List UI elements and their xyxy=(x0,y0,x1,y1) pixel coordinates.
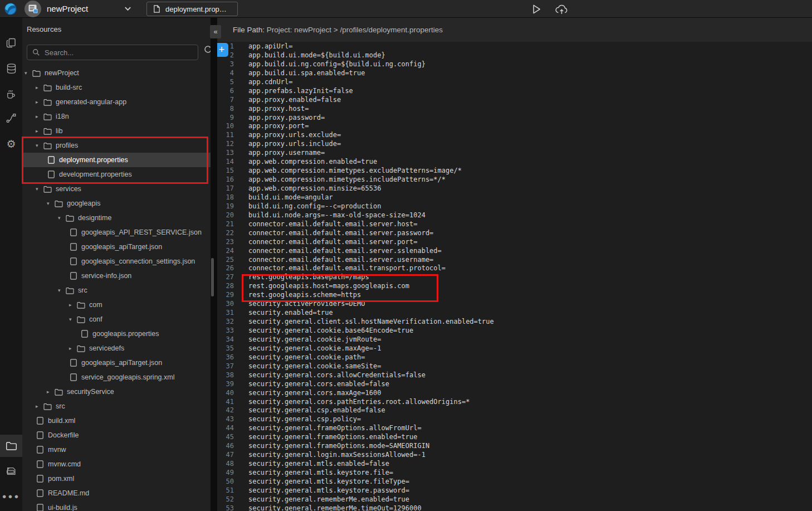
tree-item[interactable]: googleapis_connection_settings.json xyxy=(22,254,211,269)
code-text[interactable]: security.general.cors.pathEntries.root.a… xyxy=(248,398,469,407)
pages-icon[interactable] xyxy=(0,32,22,54)
tree-item[interactable]: build.xml xyxy=(22,413,211,428)
tree-item[interactable]: ▸servicedefs xyxy=(22,341,211,356)
tree-item[interactable]: ▸securityService xyxy=(22,385,211,399)
chevron-down-icon[interactable] xyxy=(124,6,132,12)
code-text[interactable]: security.general.cookie.sameSite= xyxy=(248,362,381,371)
code-text[interactable]: security.general.frameOptions.mode=SAMEO… xyxy=(248,442,429,451)
tree-item[interactable]: service_googleapis.spring.xml xyxy=(22,370,211,385)
caret-down-icon[interactable]: ▾ xyxy=(25,66,32,80)
collapse-sidebar-button[interactable]: « xyxy=(210,25,221,38)
tree-item[interactable]: ▾profiles xyxy=(22,138,211,153)
tree-item[interactable]: googleapis_apiTarget.json xyxy=(22,356,211,370)
tree-item[interactable]: Dockerfile xyxy=(22,428,211,442)
log-file-icon[interactable]: LOG xyxy=(0,460,22,482)
tree-item[interactable]: development.properties xyxy=(22,167,211,182)
code-text[interactable]: app.apiUrl= xyxy=(248,42,292,51)
code-text[interactable]: app.proxy.urls.include= xyxy=(248,140,341,149)
code-text[interactable]: app.proxy.urls.exclude= xyxy=(248,131,341,140)
tree-item[interactable]: mvnw xyxy=(22,442,211,457)
code-text[interactable]: app.web.compression.mimetypes.includePat… xyxy=(248,176,446,184)
caret-down-icon[interactable]: ▾ xyxy=(36,138,43,153)
code-text[interactable]: app.proxy.username= xyxy=(248,149,325,158)
code-text[interactable]: security.general.cookie.path= xyxy=(248,353,365,362)
tree-item[interactable]: deployment.properties xyxy=(22,153,211,167)
caret-down-icon[interactable]: ▾ xyxy=(47,196,55,211)
search-input[interactable] xyxy=(45,48,178,57)
caret-right-icon[interactable]: ▸ xyxy=(69,341,77,356)
code-text[interactable]: build.ui.node.args=--max-old-space-size=… xyxy=(248,211,425,220)
tab-deployment-properties[interactable]: deployment.prop… xyxy=(146,2,238,16)
code-text[interactable]: security.general.mtls.keystore.file= xyxy=(248,469,393,478)
code-text[interactable]: security.enabled=true xyxy=(248,309,333,318)
code-text[interactable]: app.proxy.port= xyxy=(248,122,309,131)
caret-right-icon[interactable]: ▸ xyxy=(36,95,43,109)
file-explorer-folder-icon[interactable] xyxy=(0,435,22,457)
tree-item[interactable]: ▾newProject xyxy=(22,66,211,80)
code-text[interactable]: security.general.mtls.keystore.fileType= xyxy=(248,478,409,486)
more-options-icon[interactable]: ●●● xyxy=(0,485,22,507)
search-box[interactable] xyxy=(27,45,198,60)
tree-item[interactable]: ▸src xyxy=(22,399,211,413)
code-text[interactable]: app.web.compression.enabled=true xyxy=(248,158,377,167)
java-service-icon[interactable] xyxy=(0,82,22,105)
code-text[interactable]: build.ui.ng.config=--c=production xyxy=(248,202,381,211)
code-text[interactable]: security.general.rememberMe.timeOut=1296… xyxy=(248,504,422,511)
run-preview-button[interactable] xyxy=(530,3,542,16)
code-text[interactable]: security.general.cookie.maxAge=-1 xyxy=(248,344,381,353)
code-text[interactable]: security.general.cors.allowCredentials=f… xyxy=(248,371,425,380)
tree-item[interactable]: ▸build-src xyxy=(22,80,211,95)
code-text[interactable]: app.build.ui.spa.enabled=true xyxy=(248,69,365,78)
caret-right-icon[interactable]: ▸ xyxy=(47,385,55,399)
tree-item[interactable]: ▸generated-angular-app xyxy=(22,95,211,109)
code-text[interactable]: security.general.csp.policy= xyxy=(248,415,361,424)
code-text[interactable]: rest.googleapis.host=maps.googleapis.com xyxy=(248,282,409,291)
caret-right-icon[interactable]: ▸ xyxy=(36,124,43,138)
code-text[interactable]: rest.googleapis.basepath=/maps xyxy=(248,273,369,282)
code-text[interactable]: connector.email.default.email.server.hos… xyxy=(248,220,417,229)
caret-right-icon[interactable]: ▸ xyxy=(69,298,77,312)
api-connector-icon[interactable] xyxy=(0,107,22,129)
sidebar-scrollbar[interactable] xyxy=(211,258,214,296)
caret-right-icon[interactable]: ▸ xyxy=(36,109,43,124)
code-text[interactable]: security.general.cookie.jvmRoute= xyxy=(248,335,381,344)
code-text[interactable]: connector.email.default.email.server.pas… xyxy=(248,229,433,238)
settings-gear-icon[interactable]: ⚙ xyxy=(0,133,22,155)
code-text[interactable]: security.general.frameOptions.allowFromU… xyxy=(248,424,422,433)
tree-item[interactable]: googleapis_apiTarget.json xyxy=(22,240,211,254)
code-text[interactable]: app.cdnUrl= xyxy=(248,78,292,87)
tree-item[interactable]: ▾googleapis xyxy=(22,196,211,211)
code-text[interactable]: security.general.cookie.base64Encode=tru… xyxy=(248,327,413,335)
tree-item[interactable]: pom.xml xyxy=(22,471,211,486)
code-text[interactable]: app.proxy.enabled=false xyxy=(248,96,341,105)
project-name[interactable]: newProject xyxy=(47,0,88,18)
tree-item[interactable]: googleapis_API_REST_SERVICE.json xyxy=(22,225,211,240)
code-text[interactable]: connector.email.default.email.server.use… xyxy=(248,256,433,265)
code-text[interactable]: security.general.csp.enabled=false xyxy=(248,406,385,415)
tree-item[interactable]: ▸i18n xyxy=(22,109,211,124)
code-editor[interactable]: 1app.apiUrl=2app.build.ui.mode=${build.u… xyxy=(217,42,812,511)
code-text[interactable]: app.prefabs.lazyInit=false xyxy=(248,87,353,96)
caret-down-icon[interactable]: ▾ xyxy=(36,182,43,196)
tree-item[interactable]: googleapis.properties xyxy=(22,327,211,341)
database-icon[interactable] xyxy=(0,57,22,80)
code-text[interactable]: security.general.mtls.enabled=false xyxy=(248,460,389,469)
code-text[interactable]: rest.googleapis.scheme=https xyxy=(248,291,361,300)
tree-item[interactable]: ▾src xyxy=(22,283,211,298)
tree-item[interactable]: ui-build.js xyxy=(22,500,211,511)
caret-right-icon[interactable]: ▸ xyxy=(36,399,43,413)
code-text[interactable]: connector.email.default.email.transport.… xyxy=(248,264,446,273)
app-logo[interactable] xyxy=(3,2,18,16)
code-text[interactable]: app.build.ui.ng.config=${build.ui.ng.con… xyxy=(248,60,425,69)
tree-item[interactable]: ▸lib xyxy=(22,124,211,138)
caret-right-icon[interactable]: ▸ xyxy=(36,80,43,95)
publish-button[interactable] xyxy=(555,3,569,16)
code-text[interactable]: security.activeProviders=DEMO xyxy=(248,300,365,309)
code-text[interactable]: app.build.ui.mode=${build.ui.mode} xyxy=(248,51,385,60)
code-text[interactable]: security.general.cors.enabled=false xyxy=(248,380,389,389)
tree-item[interactable]: ▾conf xyxy=(22,312,211,327)
code-text[interactable]: security.general.rememberMe.enabled=true xyxy=(248,495,409,504)
code-text[interactable]: app.proxy.password= xyxy=(248,114,325,123)
caret-down-icon[interactable]: ▾ xyxy=(58,283,66,298)
caret-down-icon[interactable]: ▾ xyxy=(58,211,66,225)
